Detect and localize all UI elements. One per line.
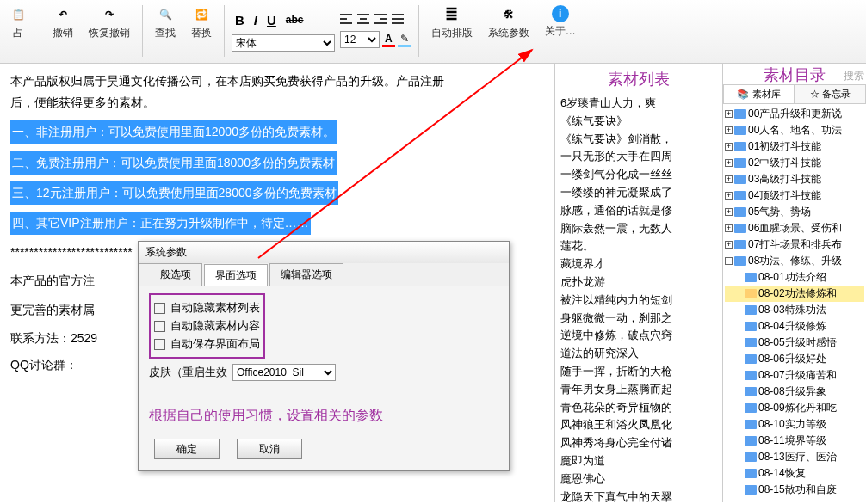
align-right-icon[interactable] bbox=[374, 14, 388, 26]
tree-node[interactable]: +01初级打斗技能 bbox=[725, 138, 864, 155]
tree-node[interactable]: 08-04升级修炼 bbox=[725, 318, 864, 335]
expand-icon[interactable]: + bbox=[725, 159, 733, 167]
list-item[interactable]: 龙隐天下真气中的天翠 bbox=[560, 489, 717, 502]
tree-node[interactable]: 08-01功法介绍 bbox=[725, 269, 864, 286]
tree-node[interactable]: +03高级打斗技能 bbox=[725, 171, 864, 187]
expand-icon[interactable]: + bbox=[725, 192, 733, 200]
list-item[interactable]: 青色花朵的奇异植物的 bbox=[560, 399, 717, 417]
list-item[interactable]: 藏境界才 bbox=[560, 255, 717, 274]
about-button[interactable]: i 关于… bbox=[540, 2, 581, 42]
replace-button[interactable]: 🔁 替换 bbox=[186, 2, 217, 44]
tree-node[interactable]: -08功法、修练、升级 bbox=[725, 253, 864, 269]
align-center-icon[interactable] bbox=[357, 14, 371, 26]
list-item[interactable]: 一缕缕的神元凝聚成了 bbox=[560, 184, 717, 202]
auto-layout-button[interactable]: ≣ 自动排版 bbox=[426, 2, 478, 44]
tree-node[interactable]: 08-14恢复 bbox=[725, 465, 864, 482]
list-item[interactable]: 6岁臻青山大力，爽 bbox=[560, 95, 717, 113]
tree-node[interactable]: 08-15散功和自废 bbox=[725, 482, 864, 498]
italic-button[interactable]: I bbox=[251, 11, 261, 29]
highlight-button[interactable]: ✎ bbox=[398, 33, 411, 47]
expand-icon[interactable]: + bbox=[725, 241, 733, 249]
expand-icon[interactable]: + bbox=[725, 143, 733, 151]
list-item[interactable]: 青年男女身上蒸腾而起 bbox=[560, 381, 717, 399]
underline-button[interactable]: U bbox=[263, 11, 280, 29]
list-item[interactable]: 道法的研究深入 bbox=[560, 345, 717, 363]
folder-icon bbox=[734, 158, 746, 168]
list-item[interactable]: 《练气要诀》 bbox=[560, 113, 717, 131]
font-color-button[interactable]: A bbox=[382, 33, 395, 47]
tree-node[interactable]: +04顶级打斗技能 bbox=[725, 187, 864, 204]
checkbox-save-layout[interactable] bbox=[154, 339, 165, 350]
checkbox-hide-list[interactable] bbox=[154, 303, 165, 314]
tree-node[interactable]: 08-13医疗、医治 bbox=[725, 449, 864, 465]
expand-icon[interactable]: + bbox=[725, 224, 733, 232]
expand-icon[interactable]: - bbox=[725, 257, 733, 265]
tree-node[interactable]: +00人名、地名、功法 bbox=[725, 122, 864, 138]
tab-editor[interactable]: 编辑器选项 bbox=[269, 263, 343, 286]
folder-icon bbox=[734, 126, 746, 135]
tree-node[interactable]: +00产品升级和更新说 bbox=[725, 106, 864, 122]
expand-icon[interactable]: + bbox=[725, 126, 733, 134]
list-item[interactable]: 脑际轰然一震，无数人 bbox=[560, 220, 717, 238]
tree-node[interactable]: 08-05升级时感悟 bbox=[725, 335, 864, 351]
list-item[interactable]: 虎扑龙游 bbox=[560, 274, 717, 292]
tree-node[interactable]: 08-03特殊功法 bbox=[725, 302, 864, 318]
tree-node[interactable]: 08-07升级痛苦和 bbox=[725, 367, 864, 384]
folder-icon bbox=[745, 485, 757, 495]
tree-label: 08-07升级痛苦和 bbox=[758, 368, 837, 383]
font-select[interactable]: 宋体 bbox=[232, 34, 335, 52]
strike-button[interactable]: abc bbox=[282, 12, 307, 28]
paste-button[interactable]: 📋 占 bbox=[3, 2, 33, 44]
tree-node[interactable]: +05气势、势场 bbox=[725, 204, 864, 220]
list-item[interactable]: 莲花。 bbox=[560, 237, 717, 255]
tab-interface[interactable]: 界面选项 bbox=[204, 264, 268, 286]
ok-button[interactable]: 确定 bbox=[154, 439, 220, 459]
list-item[interactable]: 风神狼王和浴火凤凰化 bbox=[560, 416, 717, 434]
tree-label: 08-14恢复 bbox=[758, 466, 806, 481]
folder-tree[interactable]: +00产品升级和更新说+00人名、地名、功法+01初级打斗技能+02中级打斗技能… bbox=[723, 104, 866, 500]
undo-icon: ↶ bbox=[53, 5, 72, 24]
list-item[interactable]: 《练气要诀》剑消散， bbox=[560, 131, 717, 149]
tree-node[interactable]: 08-06升级好处 bbox=[725, 351, 864, 367]
list-item[interactable]: 风神秀将身心完全付诸 bbox=[560, 434, 717, 452]
list-item[interactable]: 脉感，通俗的话就是修 bbox=[560, 202, 717, 220]
skin-select[interactable]: Office2010_Sil bbox=[232, 364, 336, 381]
toolbar: 📋 占 ↶ 撤销 ↷ 恢复撤销 🔍 查找 🔁 替换 B I U abc 宋体 bbox=[0, 0, 866, 64]
tree-node[interactable]: 08-09炼化丹和吃 bbox=[725, 400, 864, 416]
search-placeholder[interactable]: 搜索 bbox=[844, 69, 864, 83]
list-item[interactable]: 身躯微微一动，刹那之 bbox=[560, 310, 717, 328]
checkbox-hide-content[interactable] bbox=[154, 321, 165, 332]
folder-icon bbox=[734, 175, 746, 184]
tree-node[interactable]: 08-11境界等级 bbox=[725, 433, 864, 449]
separator bbox=[142, 5, 143, 57]
tree-node[interactable]: +06血腥场景、受伤和 bbox=[725, 220, 864, 237]
expand-icon[interactable]: + bbox=[725, 175, 733, 183]
align-justify-icon[interactable] bbox=[392, 14, 405, 26]
list-item[interactable]: 一只无形的大手在四周 bbox=[560, 148, 717, 166]
undo-button[interactable]: ↶ 撤销 bbox=[47, 2, 78, 44]
bold-button[interactable]: B bbox=[232, 11, 248, 29]
tab-general[interactable]: 一般选项 bbox=[139, 263, 202, 286]
list-item[interactable]: 魔恩佛心 bbox=[560, 470, 717, 489]
folder-icon bbox=[745, 420, 757, 429]
tree-node[interactable]: +02中级打斗技能 bbox=[725, 155, 864, 171]
size-select[interactable]: 12 bbox=[340, 31, 380, 48]
list-item[interactable]: 魔即为道 bbox=[560, 452, 717, 470]
redo-button[interactable]: ↷ 恢复撤销 bbox=[84, 2, 135, 44]
tree-node[interactable]: 08-16中医 bbox=[725, 498, 864, 500]
tree-node[interactable]: 08-08升级异象 bbox=[725, 384, 864, 400]
list-item[interactable]: 被注以精纯内力的短剑 bbox=[560, 292, 717, 310]
cancel-button[interactable]: 取消 bbox=[237, 439, 302, 459]
expand-icon[interactable]: + bbox=[725, 208, 733, 216]
expand-icon[interactable]: + bbox=[725, 110, 733, 118]
list-item[interactable]: 随手一挥，折断的大枪 bbox=[560, 363, 717, 381]
tree-node[interactable]: +07打斗场景和排兵布 bbox=[725, 237, 864, 253]
tree-node[interactable]: 08-02功法修炼和 bbox=[725, 286, 864, 302]
tree-node[interactable]: 08-10实力等级 bbox=[725, 416, 864, 433]
system-param-button[interactable]: 🛠 系统参数 bbox=[483, 2, 535, 44]
align-left-icon[interactable] bbox=[340, 14, 354, 26]
find-button[interactable]: 🔍 查找 bbox=[150, 2, 181, 44]
list-item[interactable]: 一缕剑气分化成一丝丝 bbox=[560, 166, 717, 184]
tree-label: 08-06升级好处 bbox=[758, 352, 826, 366]
list-item[interactable]: 逆境中修炼，破点穴窍 bbox=[560, 327, 717, 345]
